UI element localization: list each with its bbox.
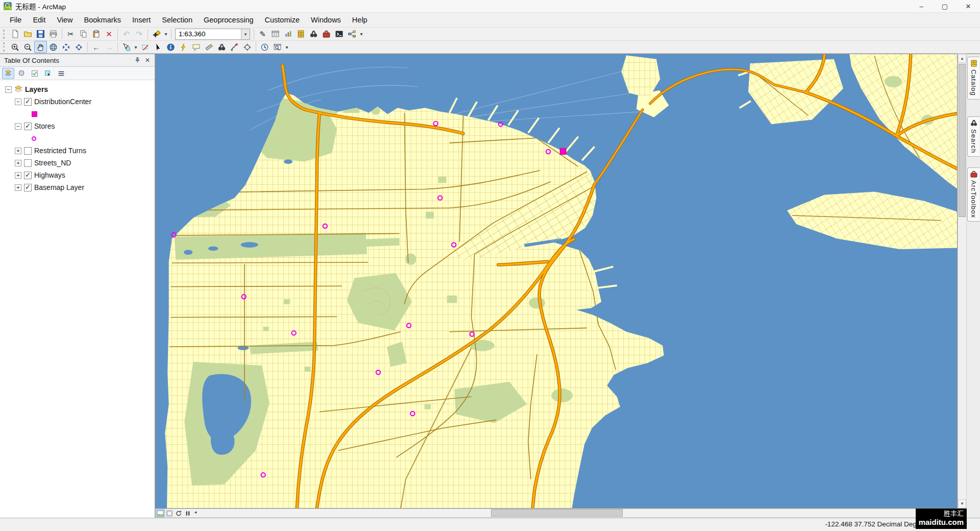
expand-icon[interactable]: + [15,148,21,154]
close-button[interactable]: ✕ [957,0,980,12]
dock-tab-arctoolbox[interactable]: ArcToolbox [967,167,979,222]
layer-stores[interactable]: − Stores [0,120,155,132]
collapse-icon[interactable]: − [15,123,21,130]
layer-highways[interactable]: + Highways [0,169,155,181]
list-by-drawing-order-button[interactable] [2,68,14,79]
open-button[interactable] [21,28,34,40]
toolbar-grip[interactable] [3,42,6,52]
select-elements-button[interactable] [152,41,164,53]
menu-bookmarks[interactable]: Bookmarks [79,14,127,26]
save-button[interactable] [34,28,47,40]
arctoolbox-window-button[interactable] [320,28,333,40]
scroll-up-arrow[interactable]: ▲ [958,54,966,63]
editor-toolbar-button[interactable]: ✎ [256,28,269,40]
list-by-visibility-button[interactable] [29,68,41,79]
collapse-icon[interactable]: − [15,99,21,105]
go-forward-extent-button[interactable]: → [103,41,115,53]
expand-icon[interactable]: + [15,172,21,179]
toc-root-layers[interactable]: − Layers [0,83,155,95]
horizontal-scroll-thumb[interactable] [491,509,623,517]
create-viewer-window-button[interactable] [271,41,284,53]
undo-button[interactable]: ↶ [120,28,133,40]
time-slider-button[interactable] [258,41,271,53]
menu-insert[interactable]: Insert [127,14,156,26]
select-features-dropdown-icon[interactable]: ▾ [133,41,139,53]
layout-view-button[interactable] [165,509,174,517]
menu-file[interactable]: File [4,14,27,26]
toolbar-overflow-icon[interactable]: ▾ [284,41,290,53]
menu-geoprocessing[interactable]: Geoprocessing [198,14,259,26]
menu-view[interactable]: View [51,14,78,26]
menu-help[interactable]: Help [347,14,373,26]
redo-button[interactable]: ↷ [133,28,145,40]
find-button[interactable] [215,41,228,53]
pause-drawing-button[interactable] [183,509,192,517]
fixed-zoom-in-button[interactable] [60,41,72,53]
map-view[interactable] [155,54,958,509]
hyperlink-button[interactable] [177,41,190,53]
layer-restricted-turns[interactable]: + Restricted Turns [0,144,155,157]
toolbar-overflow-icon[interactable]: ▾ [358,28,364,40]
dock-tab-search[interactable]: Search [967,116,979,157]
python-window-button[interactable] [333,28,346,40]
modelbuilder-button[interactable] [346,28,358,40]
layer-checkbox[interactable] [24,98,32,106]
fixed-zoom-out-button[interactable] [72,41,85,53]
layer-checkbox[interactable] [24,184,32,191]
paste-button[interactable] [90,28,103,40]
copy-button[interactable] [77,28,90,40]
layer-checkbox[interactable] [24,159,32,167]
map-horizontal-scrollbar[interactable]: ◄ ► [192,509,957,517]
print-button[interactable] [47,28,60,40]
add-data-dropdown-icon[interactable]: ▾ [163,28,169,40]
pin-icon[interactable] [132,55,142,65]
find-route-button[interactable] [228,41,241,53]
catalog-window-button[interactable] [295,28,307,40]
map-scale-dropdown-icon[interactable]: ▾ [241,29,250,39]
delete-button[interactable]: ✕ [103,28,115,40]
table-options-button[interactable] [269,28,282,40]
maximize-button[interactable]: ▢ [933,0,957,12]
toc-close-icon[interactable]: ✕ [142,55,153,65]
collapse-icon[interactable]: − [5,86,12,93]
new-map-button[interactable] [9,28,21,40]
html-popup-button[interactable] [190,41,203,53]
expand-icon[interactable]: + [15,160,21,166]
map-scale-input[interactable] [176,29,241,39]
layer-checkbox[interactable] [24,172,32,179]
select-features-button[interactable] [120,41,133,53]
list-by-selection-button[interactable] [42,68,54,79]
map-vertical-scrollbar[interactable]: ▲ ▼ [958,54,967,509]
add-data-button[interactable] [150,28,163,40]
zoom-in-button[interactable] [9,41,21,53]
scroll-down-arrow[interactable]: ▼ [958,499,966,508]
toolbar-grip[interactable] [3,30,6,39]
identify-button[interactable] [164,41,177,53]
toc-options-button[interactable] [55,68,67,79]
layer-checkbox[interactable] [24,123,32,130]
data-view-button[interactable] [156,509,165,517]
graphs-button[interactable] [282,28,295,40]
go-to-xy-button[interactable] [241,41,254,53]
go-back-extent-button[interactable]: ← [90,41,103,53]
vertical-scroll-thumb[interactable] [959,64,966,217]
measure-button[interactable] [203,41,215,53]
menu-windows[interactable]: Windows [305,14,347,26]
scroll-left-arrow[interactable]: ◄ [193,510,198,515]
layer-streets-nd[interactable]: + Streets_ND [0,157,155,169]
stores-symbol-row[interactable] [0,132,155,144]
pan-button[interactable] [34,41,47,53]
dock-tab-catalog[interactable]: Catalog [967,57,979,100]
menu-edit[interactable]: Edit [27,14,51,26]
search-window-button[interactable] [307,28,320,40]
menu-selection[interactable]: Selection [156,14,198,26]
layer-basemap[interactable]: + Basemap Layer [0,181,155,194]
layer-distributioncenter[interactable]: − DistributionCenter [0,95,155,108]
full-extent-button[interactable] [47,41,60,53]
cut-button[interactable]: ✂ [64,28,77,40]
expand-icon[interactable]: + [15,184,21,191]
minimize-button[interactable]: – [910,0,933,12]
distributioncenter-symbol-row[interactable] [0,108,155,120]
menu-customize[interactable]: Customize [259,14,306,26]
list-by-source-button[interactable] [15,68,28,79]
